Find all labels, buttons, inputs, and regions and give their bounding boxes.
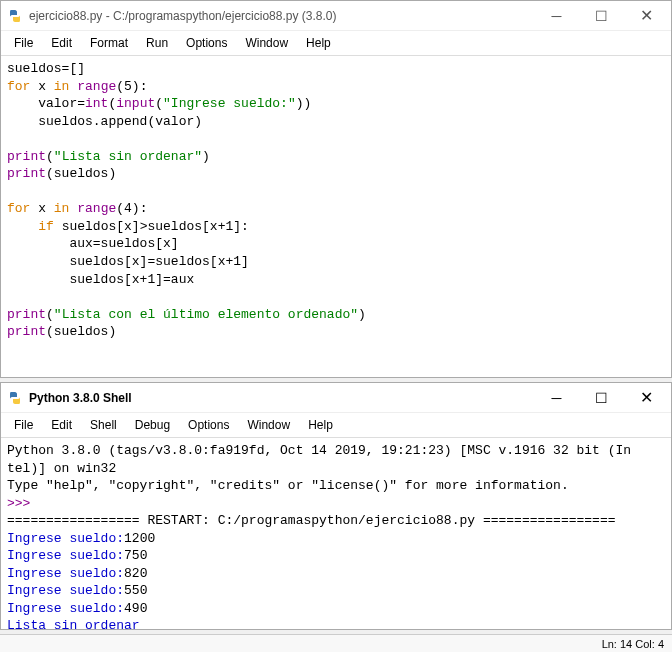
editor-titlebar: ejercicio88.py - C:/programaspython/ejer… — [1, 1, 671, 31]
menu-help[interactable]: Help — [299, 415, 342, 435]
window-controls: ─ ☐ ✕ — [534, 384, 669, 412]
input-value: 820 — [124, 566, 147, 581]
shell-menubar: File Edit Shell Debug Options Window Hel… — [1, 413, 671, 438]
fn-range: range — [77, 201, 116, 216]
fn-print: print — [7, 307, 46, 322]
editor-code[interactable]: sueldos=[] for x in range(5): valor=int(… — [1, 56, 671, 377]
menu-file[interactable]: File — [5, 415, 42, 435]
menu-options[interactable]: Options — [179, 415, 238, 435]
maximize-button[interactable]: ☐ — [579, 2, 624, 30]
banner-line: Python 3.8.0 (tags/v3.8.0:fa919fd, Oct 1… — [7, 443, 631, 458]
fn-range: range — [77, 79, 116, 94]
menu-window[interactable]: Window — [236, 33, 297, 53]
code-line: aux=sueldos[x] — [7, 236, 179, 251]
banner-line: tel)] on win32 — [7, 461, 116, 476]
input-prompt: Ingrese sueldo: — [7, 566, 124, 581]
input-value: 1200 — [124, 531, 155, 546]
maximize-button[interactable]: ☐ — [579, 384, 624, 412]
input-value: 490 — [124, 601, 147, 616]
fn-print: print — [7, 324, 46, 339]
code-line: sueldos.append(valor) — [7, 114, 202, 129]
output-header: Lista sin ordenar — [7, 618, 140, 629]
fn-int: int — [85, 96, 108, 111]
editor-menubar: File Edit Format Run Options Window Help — [1, 31, 671, 56]
kw-in: in — [54, 201, 70, 216]
menu-shell[interactable]: Shell — [81, 415, 126, 435]
input-prompt: Ingrese sueldo: — [7, 583, 124, 598]
shell-titlebar: Python 3.8.0 Shell ─ ☐ ✕ — [1, 383, 671, 413]
fn-print: print — [7, 149, 46, 164]
minimize-button[interactable]: ─ — [534, 384, 579, 412]
input-prompt: Ingrese sueldo: — [7, 531, 124, 546]
cursor-position: Ln: 14 Col: 4 — [602, 638, 664, 650]
menu-options[interactable]: Options — [177, 33, 236, 53]
python-icon — [7, 8, 23, 24]
menu-run[interactable]: Run — [137, 33, 177, 53]
input-prompt: Ingrese sueldo: — [7, 601, 124, 616]
fn-input: input — [116, 96, 155, 111]
input-prompt: Ingrese sueldo: — [7, 548, 124, 563]
shell-output[interactable]: Python 3.8.0 (tags/v3.8.0:fa919fd, Oct 1… — [1, 438, 671, 629]
input-value: 750 — [124, 548, 147, 563]
kw-for: for — [7, 201, 30, 216]
close-button[interactable]: ✕ — [624, 384, 669, 412]
input-value: 550 — [124, 583, 147, 598]
menu-help[interactable]: Help — [297, 33, 340, 53]
code-line: sueldos[x]=sueldos[x+1] — [7, 254, 249, 269]
menu-format[interactable]: Format — [81, 33, 137, 53]
menu-file[interactable]: File — [5, 33, 42, 53]
menu-window[interactable]: Window — [238, 415, 299, 435]
shell-title: Python 3.8.0 Shell — [29, 391, 534, 405]
prompt: >>> — [7, 496, 30, 511]
code-line: sueldos=[] — [7, 61, 85, 76]
minimize-button[interactable]: ─ — [534, 2, 579, 30]
shell-window: Python 3.8.0 Shell ─ ☐ ✕ File Edit Shell… — [0, 382, 672, 630]
python-icon — [7, 390, 23, 406]
kw-for: for — [7, 79, 30, 94]
restart-line: ================= RESTART: C:/programasp… — [7, 513, 616, 528]
status-bar: Ln: 14 Col: 4 — [0, 634, 672, 652]
code-line: sueldos[x+1]=aux — [7, 272, 194, 287]
str-literal: "Lista con el último elemento ordenado" — [54, 307, 358, 322]
menu-debug[interactable]: Debug — [126, 415, 179, 435]
menu-edit[interactable]: Edit — [42, 415, 81, 435]
editor-title: ejercicio88.py - C:/programaspython/ejer… — [29, 9, 534, 23]
menu-edit[interactable]: Edit — [42, 33, 81, 53]
editor-window: ejercicio88.py - C:/programaspython/ejer… — [0, 0, 672, 378]
banner-line: Type "help", "copyright", "credits" or "… — [7, 478, 569, 493]
kw-in: in — [54, 79, 70, 94]
close-button[interactable]: ✕ — [624, 2, 669, 30]
window-controls: ─ ☐ ✕ — [534, 2, 669, 30]
str-literal: "Ingrese sueldo:" — [163, 96, 296, 111]
fn-print: print — [7, 166, 46, 181]
kw-if: if — [38, 219, 54, 234]
str-literal: "Lista sin ordenar" — [54, 149, 202, 164]
